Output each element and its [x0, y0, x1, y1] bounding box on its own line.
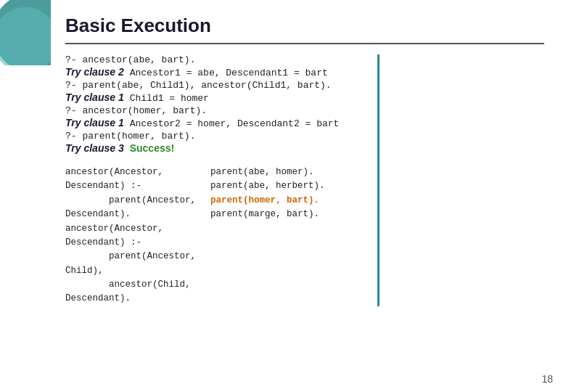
- code-left-line-2: parent(Ancestor, Descendant).: [65, 194, 196, 222]
- trace-block-1: ?- ancestor(abe, bart). Try clause 2 Anc…: [65, 54, 370, 78]
- code-block: ancestor(Ancestor, Descendant) :- parent…: [65, 166, 370, 306]
- decorative-arc: [0, 0, 51, 65]
- try-label-4: Try clause 3: [65, 142, 124, 154]
- code-left: ancestor(Ancestor, Descendant) :- parent…: [65, 166, 196, 306]
- code-left-line-3: ancestor(Ancestor, Descendant) :-: [65, 222, 196, 250]
- page-title: Basic Execution: [65, 15, 544, 37]
- try-unify-1: Ancestor1 = abe, Descendant1 = bart: [130, 68, 328, 78]
- code-right-line-1: parent(abe, homer).: [210, 166, 370, 179]
- query-line-1: ?- ancestor(abe, bart).: [65, 54, 370, 65]
- trace-block-3: ?- ancestor(homer, bart). Try clause 1 A…: [65, 105, 370, 129]
- success-text: Success!: [130, 142, 174, 154]
- code-left-line-4: parent(Ancestor, Child),: [65, 250, 196, 278]
- try-unify-3: Ancestor2 = homer, Descendant2 = bart: [130, 118, 340, 129]
- page-number: 18: [541, 373, 553, 385]
- try-label-2: Try clause 1: [65, 91, 124, 103]
- code-left-line-1: ancestor(Ancestor, Descendant) :-: [65, 166, 196, 194]
- try-line-1: Try clause 2 Ancestor1 = abe, Descendant…: [65, 66, 370, 78]
- try-unify-2: Child1 = homer: [130, 93, 209, 104]
- try-line-3: Try clause 1 Ancestor2 = homer, Descenda…: [65, 117, 370, 129]
- query-line-2: ?- parent(abe, Child1), ancestor(Child1,…: [65, 80, 370, 91]
- query-line-4: ?- parent(homer, bart).: [65, 131, 370, 142]
- try-line-2: Try clause 1 Child1 = homer: [65, 91, 370, 104]
- bottom-section: ancestor(Ancestor, Descendant) :- parent…: [65, 166, 370, 306]
- main-body: ?- ancestor(abe, bart). Try clause 2 Anc…: [65, 54, 544, 306]
- code-right-line-4: parent(marge, bart).: [210, 208, 370, 221]
- left-panel: ?- ancestor(abe, bart). Try clause 2 Anc…: [65, 54, 377, 306]
- try-label-3: Try clause 1: [65, 117, 124, 128]
- code-right-line-2: parent(abe, herbert).: [210, 179, 370, 193]
- query-line-3: ?- ancestor(homer, bart).: [65, 105, 370, 116]
- code-right: parent(abe, homer). parent(abe, herbert)…: [210, 166, 370, 306]
- right-panel: [377, 54, 544, 306]
- slide-content: Basic Execution ?- ancestor(abe, bart). …: [51, 0, 566, 392]
- title-divider: [65, 43, 544, 44]
- code-left-line-5: ancestor(Child, Descendant).: [65, 278, 196, 306]
- trace-block-4: ?- parent(homer, bart). Try clause 3 Suc…: [65, 131, 370, 154]
- try-label-1: Try clause 2: [65, 66, 124, 78]
- try-line-4: Try clause 3 Success!: [65, 142, 370, 154]
- trace-block-2: ?- parent(abe, Child1), ancestor(Child1,…: [65, 80, 370, 104]
- code-right-line-3: parent(homer, bart).: [210, 194, 370, 208]
